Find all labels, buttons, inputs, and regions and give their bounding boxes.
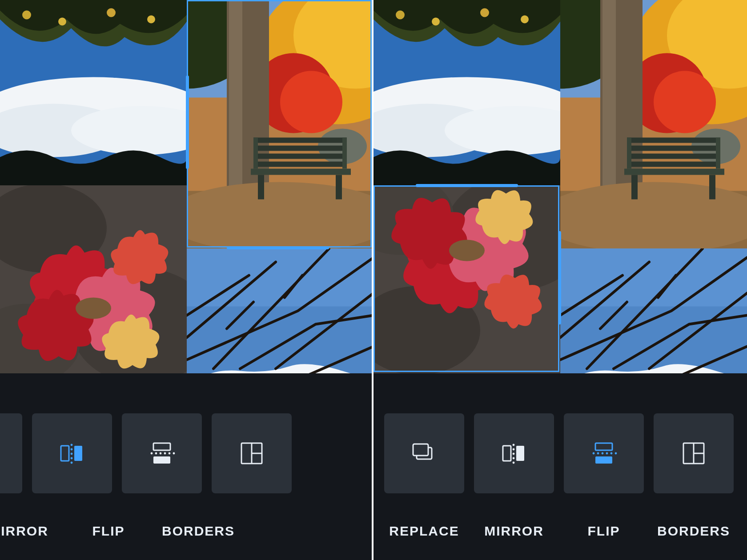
borders-button[interactable] [654, 413, 734, 493]
mirror-button[interactable] [32, 413, 112, 493]
flip-button[interactable] [564, 413, 644, 493]
edit-toolbar [0, 413, 372, 493]
flip-label: FLIP [564, 524, 644, 539]
replace-button[interactable] [384, 413, 464, 493]
collage-cell-bottom-left[interactable] [0, 185, 187, 373]
mirror-label: MIRROR [474, 524, 554, 539]
mirror-icon [500, 440, 528, 467]
collage-cell-top-left[interactable] [0, 0, 187, 185]
mirror-label: MIRROR [0, 524, 59, 539]
screenshot-left: LACE MIRROR FLIP BORDERS [0, 0, 374, 560]
borders-label: BORDERS [654, 524, 734, 539]
collage-cell-bottom-right[interactable] [187, 248, 372, 373]
collage-cell-bottom-left[interactable] [374, 185, 560, 373]
collage-cell-top-right[interactable] [187, 0, 372, 248]
flip-label: FLIP [68, 524, 149, 539]
replace-button[interactable] [0, 413, 22, 493]
screenshot-right: REPLACE MIRROR FLIP BORDERS [374, 0, 747, 560]
edit-toolbar [374, 413, 747, 493]
borders-icon [238, 440, 265, 467]
collage-cell-bottom-right[interactable] [560, 248, 747, 373]
mirror-icon [58, 440, 86, 467]
replace-icon [410, 440, 438, 467]
flip-button[interactable] [122, 413, 202, 493]
mirror-button[interactable] [474, 413, 554, 493]
flip-icon [148, 440, 176, 467]
bottom-controls: LACE MIRROR FLIP BORDERS [0, 373, 372, 560]
replace-label: REPLACE [384, 524, 464, 539]
collage-cell-top-right[interactable] [560, 0, 747, 248]
bottom-controls: REPLACE MIRROR FLIP BORDERS [374, 373, 747, 560]
borders-button[interactable] [212, 413, 292, 493]
collage-canvas[interactable] [374, 0, 747, 373]
collage-canvas[interactable] [0, 0, 372, 373]
flip-icon [590, 440, 618, 467]
borders-icon [680, 440, 707, 467]
collage-cell-top-left[interactable] [374, 0, 560, 185]
borders-label: BORDERS [158, 524, 238, 539]
